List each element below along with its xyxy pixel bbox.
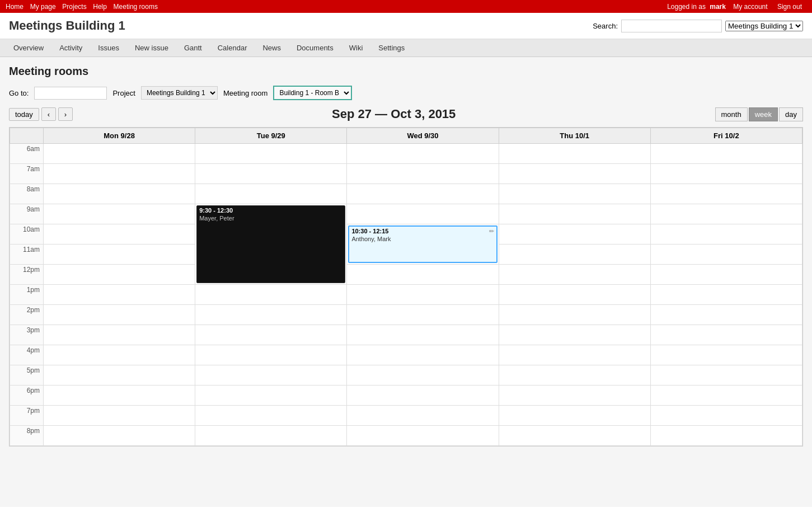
header: Meetings Building 1 Search: Meetings Bui… bbox=[0, 13, 812, 39]
day-cell bbox=[499, 204, 650, 224]
day-cell bbox=[347, 325, 499, 345]
calendar-row: 5pm bbox=[10, 365, 802, 386]
day-cell bbox=[195, 345, 347, 365]
goto-label: Go to: bbox=[9, 89, 29, 97]
view-buttons: month week day bbox=[715, 107, 803, 121]
day-cell bbox=[499, 305, 650, 325]
day-cell: 9:30 - 12:30Mayer, Peter bbox=[195, 204, 347, 285]
time-cell: 5pm bbox=[10, 365, 44, 386]
main-content: Meeting rooms Go to: Project Meetings Bu… bbox=[0, 57, 812, 507]
search-input[interactable] bbox=[621, 20, 722, 32]
app-title: Meetings Building 1 bbox=[9, 18, 125, 33]
time-header bbox=[10, 128, 44, 144]
day-cell bbox=[195, 386, 347, 406]
month-view-button[interactable]: month bbox=[715, 107, 748, 121]
day-cell bbox=[44, 164, 195, 184]
day-cell bbox=[499, 345, 650, 365]
day-cell: 10:30 - 12:15 ✏Anthony, Mark bbox=[347, 224, 499, 265]
tab-overview[interactable]: Overview bbox=[6, 39, 51, 57]
time-cell: 3pm bbox=[10, 325, 44, 345]
tab-issues[interactable]: Issues bbox=[90, 39, 127, 57]
calendar-row: 1pm bbox=[10, 285, 802, 305]
col-tue: Tue 9/29 bbox=[195, 128, 347, 144]
search-area: Search: Meetings Building 1 bbox=[593, 20, 803, 32]
goto-input[interactable] bbox=[34, 87, 107, 100]
today-button[interactable]: today bbox=[9, 108, 39, 121]
calendar-row: 12pm bbox=[10, 265, 802, 285]
day-cell bbox=[44, 365, 195, 386]
project-select-header[interactable]: Meetings Building 1 bbox=[725, 21, 803, 31]
nav-projects[interactable]: Projects bbox=[62, 3, 86, 11]
tab-activity[interactable]: Activity bbox=[51, 39, 90, 57]
calendar-row: 9am9:30 - 12:30Mayer, Peter bbox=[10, 204, 802, 224]
nav-tabs: Overview Activity Issues New issue Gantt… bbox=[0, 39, 812, 57]
day-cell bbox=[44, 204, 195, 224]
time-cell: 6pm bbox=[10, 386, 44, 406]
time-cell: 10am bbox=[10, 224, 44, 245]
day-cell bbox=[44, 386, 195, 406]
tab-settings[interactable]: Settings bbox=[370, 39, 412, 57]
day-cell bbox=[650, 164, 802, 184]
day-cell bbox=[650, 325, 802, 345]
logged-in-label: Logged in as bbox=[667, 3, 707, 11]
day-cell bbox=[44, 265, 195, 285]
tab-gantt[interactable]: Gantt bbox=[176, 39, 210, 57]
day-cell bbox=[499, 325, 650, 345]
tab-new-issue[interactable]: New issue bbox=[127, 39, 176, 57]
day-cell bbox=[195, 285, 347, 305]
top-bar-right: Logged in as mark My account Sign out bbox=[667, 3, 806, 11]
week-view-button[interactable]: week bbox=[749, 107, 778, 121]
nav-meeting-rooms[interactable]: Meeting rooms bbox=[114, 3, 158, 11]
top-bar: Home My page Projects Help Meeting rooms… bbox=[0, 0, 812, 13]
event-event1[interactable]: 9:30 - 12:30Mayer, Peter bbox=[196, 205, 345, 283]
day-cell bbox=[347, 164, 499, 184]
col-fri: Fri 10/2 bbox=[650, 128, 802, 144]
calendar-body: 6am7am8am9am9:30 - 12:30Mayer, Peter10am… bbox=[10, 144, 802, 446]
day-cell bbox=[650, 305, 802, 325]
day-cell bbox=[347, 184, 499, 204]
day-cell bbox=[347, 305, 499, 325]
room-dropdown[interactable]: Building 1 - Room B bbox=[273, 86, 352, 100]
day-cell bbox=[650, 224, 802, 245]
day-cell bbox=[650, 265, 802, 285]
username: mark bbox=[710, 3, 726, 11]
day-cell bbox=[499, 426, 650, 446]
time-cell: 4pm bbox=[10, 345, 44, 365]
prev-button[interactable]: ‹ bbox=[41, 107, 56, 121]
day-cell bbox=[195, 184, 347, 204]
day-cell bbox=[650, 285, 802, 305]
day-cell bbox=[499, 164, 650, 184]
calendar-row: 3pm bbox=[10, 325, 802, 345]
nav-row: today ‹ › Sep 27 — Oct 3, 2015 month wee… bbox=[9, 107, 803, 121]
day-cell bbox=[650, 345, 802, 365]
tab-documents[interactable]: Documents bbox=[289, 39, 341, 57]
day-cell bbox=[650, 386, 802, 406]
next-button[interactable]: › bbox=[58, 107, 73, 121]
day-cell bbox=[195, 325, 347, 345]
day-cell bbox=[347, 285, 499, 305]
sign-out-link[interactable]: Sign out bbox=[777, 3, 802, 11]
nav-mypage[interactable]: My page bbox=[30, 3, 56, 11]
tab-news[interactable]: News bbox=[255, 39, 289, 57]
day-view-button[interactable]: day bbox=[779, 107, 803, 121]
day-cell bbox=[44, 406, 195, 426]
event-event2[interactable]: 10:30 - 12:15 ✏Anthony, Mark bbox=[348, 225, 497, 263]
day-cell bbox=[195, 305, 347, 325]
controls-bar: Go to: Project Meetings Building 1 Meeti… bbox=[9, 86, 803, 100]
time-cell: 9am bbox=[10, 204, 44, 224]
tab-calendar[interactable]: Calendar bbox=[210, 39, 255, 57]
nav-help[interactable]: Help bbox=[93, 3, 107, 11]
my-account-link[interactable]: My account bbox=[733, 3, 767, 11]
day-cell bbox=[650, 204, 802, 224]
calendar-row: 4pm bbox=[10, 345, 802, 365]
tab-wiki[interactable]: Wiki bbox=[341, 39, 371, 57]
calendar-row: 8am bbox=[10, 184, 802, 204]
project-label: Project bbox=[112, 89, 135, 97]
calendar-grid: Mon 9/28 Tue 9/29 Wed 9/30 Thu 10/1 Fri … bbox=[10, 128, 802, 446]
day-cell bbox=[44, 305, 195, 325]
time-cell: 1pm bbox=[10, 285, 44, 305]
nav-home[interactable]: Home bbox=[6, 3, 24, 11]
day-cell bbox=[347, 204, 499, 224]
day-cell bbox=[44, 345, 195, 365]
project-dropdown[interactable]: Meetings Building 1 bbox=[141, 86, 218, 100]
